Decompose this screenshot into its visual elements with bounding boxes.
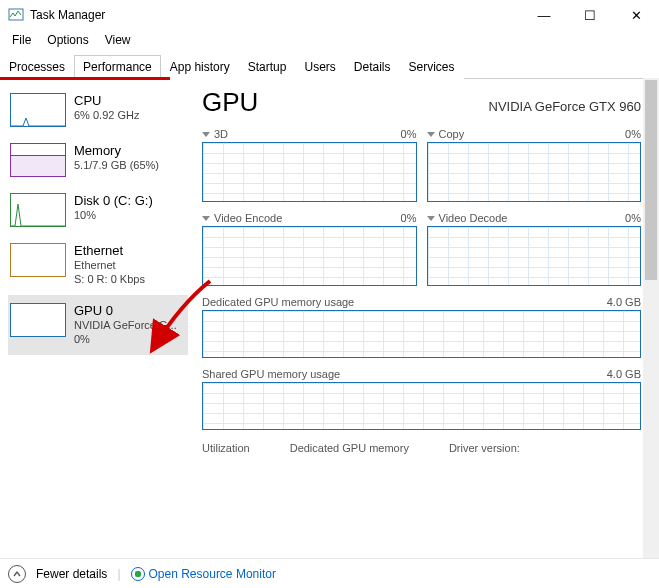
stats-row: Utilization Dedicated GPU memory Driver …: [202, 442, 641, 454]
chart-canvas: [427, 226, 642, 286]
sidebar-item-memory[interactable]: Memory 5.1/7.9 GB (65%): [8, 135, 188, 185]
sidebar-item-ethernet[interactable]: Ethernet Ethernet S: 0 R: 0 Kbps: [8, 235, 188, 295]
chart-canvas: [202, 382, 641, 430]
titlebar: Task Manager — ☐ ✕: [0, 0, 659, 30]
window-controls: — ☐ ✕: [521, 0, 659, 30]
chevron-down-icon: [202, 132, 210, 137]
mini-graph-memory: [10, 143, 66, 177]
tab-performance[interactable]: Performance: [74, 55, 161, 79]
chart-label: Video Decode: [439, 212, 508, 224]
chart-3d[interactable]: 3D 0%: [202, 128, 417, 202]
chart-right: 4.0 GB: [607, 368, 641, 380]
tab-users[interactable]: Users: [295, 55, 344, 79]
sidebar-label: Memory: [74, 143, 159, 159]
sidebar-sub: NVIDIA GeForce G...: [74, 319, 177, 333]
chevron-down-icon: [427, 216, 435, 221]
chart-copy[interactable]: Copy 0%: [427, 128, 642, 202]
footer: Fewer details | Open Resource Monitor: [0, 558, 659, 588]
maximize-button[interactable]: ☐: [567, 0, 613, 30]
chart-pct: 0%: [625, 128, 641, 140]
scroll-thumb[interactable]: [645, 80, 657, 280]
chart-canvas: [202, 226, 417, 286]
tab-app-history[interactable]: App history: [161, 55, 239, 79]
chart-right: 4.0 GB: [607, 296, 641, 308]
chart-dedicated-mem: Dedicated GPU memory usage 4.0 GB: [202, 296, 641, 358]
tab-details[interactable]: Details: [345, 55, 400, 79]
sidebar-sub: 5.1/7.9 GB (65%): [74, 159, 159, 173]
scrollbar[interactable]: [643, 78, 659, 558]
chevron-down-icon: [427, 132, 435, 137]
page-title: GPU: [202, 87, 258, 118]
device-name: NVIDIA GeForce GTX 960: [489, 99, 641, 114]
chart-canvas: [427, 142, 642, 202]
sidebar-sub: Ethernet: [74, 259, 145, 273]
stat-dedicated: Dedicated GPU memory: [290, 442, 409, 454]
mini-graph-disk: [10, 193, 66, 227]
chart-pct: 0%: [401, 128, 417, 140]
chart-pct: 0%: [401, 212, 417, 224]
sidebar-item-cpu[interactable]: CPU 6% 0.92 GHz: [8, 85, 188, 135]
chart-label: Copy: [439, 128, 465, 140]
sidebar: CPU 6% 0.92 GHz Memory 5.1/7.9 GB (65%) …: [0, 79, 188, 551]
menu-options[interactable]: Options: [39, 31, 96, 49]
menubar: File Options View: [0, 30, 659, 50]
open-resource-monitor-link[interactable]: Open Resource Monitor: [131, 567, 276, 581]
tab-services[interactable]: Services: [400, 55, 464, 79]
chevron-up-icon[interactable]: [8, 565, 26, 583]
chevron-down-icon: [202, 216, 210, 221]
chart-pct: 0%: [625, 212, 641, 224]
minimize-button[interactable]: —: [521, 0, 567, 30]
separator: |: [117, 567, 120, 581]
chart-label: Shared GPU memory usage: [202, 368, 340, 380]
chart-shared-mem: Shared GPU memory usage 4.0 GB: [202, 368, 641, 430]
sidebar-sub: 6% 0.92 GHz: [74, 109, 139, 123]
chart-canvas: [202, 142, 417, 202]
menu-file[interactable]: File: [4, 31, 39, 49]
tab-startup[interactable]: Startup: [239, 55, 296, 79]
mini-graph-gpu: [10, 303, 66, 337]
chart-video-decode[interactable]: Video Decode 0%: [427, 212, 642, 286]
tab-processes[interactable]: Processes: [0, 55, 74, 79]
close-button[interactable]: ✕: [613, 0, 659, 30]
sidebar-label: GPU 0: [74, 303, 177, 319]
sidebar-sub: 10%: [74, 209, 153, 223]
sidebar-item-disk[interactable]: Disk 0 (C: G:) 10%: [8, 185, 188, 235]
sidebar-item-gpu[interactable]: GPU 0 NVIDIA GeForce G... 0%: [8, 295, 188, 355]
mini-graph-cpu: [10, 93, 66, 127]
chart-label: 3D: [214, 128, 228, 140]
sidebar-label: Disk 0 (C: G:): [74, 193, 153, 209]
sidebar-label: Ethernet: [74, 243, 145, 259]
tab-strip: Processes Performance App history Startu…: [0, 54, 659, 79]
main-panel: GPU NVIDIA GeForce GTX 960 3D 0% Copy 0%: [188, 79, 659, 551]
sidebar-sub2: S: 0 R: 0 Kbps: [74, 273, 145, 287]
chart-label: Video Encode: [214, 212, 282, 224]
orm-label: Open Resource Monitor: [149, 567, 276, 581]
chart-label: Dedicated GPU memory usage: [202, 296, 354, 308]
chart-video-encode[interactable]: Video Encode 0%: [202, 212, 417, 286]
fewer-details-button[interactable]: Fewer details: [36, 567, 107, 581]
menu-view[interactable]: View: [97, 31, 139, 49]
chart-canvas: [202, 310, 641, 358]
resource-monitor-icon: [131, 567, 145, 581]
window-title: Task Manager: [30, 8, 105, 22]
app-icon: [8, 7, 24, 23]
stat-driver: Driver version:: [449, 442, 520, 454]
sidebar-label: CPU: [74, 93, 139, 109]
mini-graph-ethernet: [10, 243, 66, 277]
stat-utilization: Utilization: [202, 442, 250, 454]
sidebar-sub2: 0%: [74, 333, 177, 347]
annotation-underline: [0, 77, 170, 80]
